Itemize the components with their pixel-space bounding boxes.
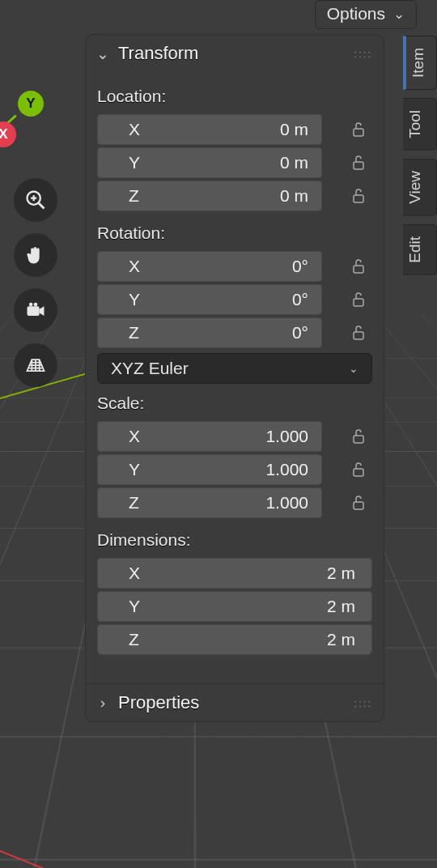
grid-perspective-icon bbox=[24, 354, 47, 377]
rotation-mode-select[interactable]: XYZ Euler⌄ bbox=[97, 353, 372, 384]
properties-section-header[interactable]: › Properties :::: bbox=[86, 684, 384, 721]
side-tabs: Item Tool View Edit bbox=[403, 36, 437, 274]
unlock-icon bbox=[349, 257, 368, 276]
location-z-lock[interactable] bbox=[345, 181, 372, 211]
section-title: Transform bbox=[118, 43, 348, 64]
location-x-field[interactable]: X0 m bbox=[97, 114, 322, 145]
camera-button[interactable] bbox=[14, 288, 57, 332]
svg-point-6 bbox=[34, 303, 38, 307]
chevron-down-icon: ⌄ bbox=[393, 6, 405, 23]
unlock-icon bbox=[349, 186, 368, 206]
rotation-z-field[interactable]: Z0° bbox=[97, 317, 322, 348]
unlock-icon bbox=[349, 427, 368, 446]
drag-handle-icon[interactable]: :::: bbox=[354, 697, 372, 709]
location-y-lock[interactable] bbox=[345, 147, 372, 178]
svg-rect-13 bbox=[354, 436, 363, 443]
scale-z-field[interactable]: Z1.000 bbox=[97, 487, 322, 518]
unlock-icon bbox=[349, 493, 368, 513]
tab-tool[interactable]: Tool bbox=[403, 98, 437, 151]
gizmo-ball-x[interactable]: X bbox=[0, 121, 16, 147]
options-label: Options bbox=[327, 4, 385, 23]
transform-section-header[interactable]: ⌄ Transform :::: bbox=[86, 35, 384, 72]
camera-icon bbox=[24, 299, 47, 321]
svg-rect-10 bbox=[354, 266, 363, 273]
unlock-icon bbox=[349, 323, 368, 343]
rotation-y-lock[interactable] bbox=[345, 284, 372, 315]
svg-line-1 bbox=[39, 203, 45, 209]
transform-section-body: Location: X0 m Y0 m Z0 m Rotation: X0° Y… bbox=[86, 72, 384, 670]
transform-panel: ⌄ Transform :::: Location: X0 m Y0 m Z0 … bbox=[85, 34, 384, 722]
tab-view[interactable]: View bbox=[403, 159, 437, 216]
chevron-right-icon: › bbox=[94, 694, 112, 712]
scale-label: Scale: bbox=[97, 384, 372, 421]
dimensions-label: Dimensions: bbox=[97, 521, 372, 558]
dimensions-y-field[interactable]: Y2 m bbox=[97, 591, 372, 622]
svg-point-5 bbox=[29, 303, 33, 307]
gizmo-ball-y[interactable]: Y bbox=[18, 91, 44, 117]
rotation-label: Rotation: bbox=[97, 214, 372, 251]
svg-rect-9 bbox=[354, 195, 363, 202]
unlock-icon bbox=[349, 290, 368, 309]
svg-rect-12 bbox=[354, 332, 363, 339]
location-z-field[interactable]: Z0 m bbox=[97, 181, 322, 211]
scale-y-lock[interactable] bbox=[345, 454, 372, 485]
location-y-field[interactable]: Y0 m bbox=[97, 147, 322, 178]
tab-item[interactable]: Item bbox=[403, 36, 437, 90]
dimensions-z-field[interactable]: Z2 m bbox=[97, 624, 372, 655]
scale-x-lock[interactable] bbox=[345, 421, 372, 452]
hand-icon bbox=[24, 244, 47, 266]
unlock-icon bbox=[349, 153, 368, 172]
zoom-button[interactable] bbox=[14, 178, 57, 222]
svg-rect-15 bbox=[354, 502, 363, 509]
viewport-3d[interactable]: Y X Options ⌄ ⌄ Transform :::: Location:… bbox=[0, 0, 437, 868]
svg-rect-4 bbox=[28, 306, 40, 316]
svg-rect-11 bbox=[354, 299, 363, 306]
drag-handle-icon[interactable]: :::: bbox=[354, 48, 372, 60]
svg-rect-7 bbox=[354, 129, 363, 136]
perspective-button[interactable] bbox=[14, 343, 57, 387]
unlock-icon bbox=[349, 460, 368, 479]
scale-x-field[interactable]: X1.000 bbox=[97, 421, 322, 452]
svg-rect-14 bbox=[354, 469, 363, 476]
chevron-down-icon: ⌄ bbox=[349, 362, 359, 375]
viewport-buttons bbox=[14, 178, 57, 387]
properties-panel: › Properties :::: bbox=[86, 683, 384, 721]
rotation-y-field[interactable]: Y0° bbox=[97, 284, 322, 315]
svg-rect-8 bbox=[354, 162, 363, 169]
rotation-z-lock[interactable] bbox=[345, 317, 372, 348]
location-x-lock[interactable] bbox=[345, 114, 372, 145]
section-title: Properties bbox=[118, 692, 348, 713]
rotation-x-lock[interactable] bbox=[345, 251, 372, 282]
pan-button[interactable] bbox=[14, 233, 57, 277]
options-button[interactable]: Options ⌄ bbox=[315, 0, 417, 29]
location-label: Location: bbox=[97, 77, 372, 114]
tab-edit[interactable]: Edit bbox=[403, 224, 437, 275]
scale-y-field[interactable]: Y1.000 bbox=[97, 454, 322, 485]
dimensions-x-field[interactable]: X2 m bbox=[97, 558, 372, 589]
magnifier-plus-icon bbox=[24, 189, 47, 211]
chevron-down-icon: ⌄ bbox=[94, 45, 112, 63]
unlock-icon bbox=[349, 120, 368, 139]
rotation-x-field[interactable]: X0° bbox=[97, 251, 322, 282]
axis-gizmo[interactable]: Y X bbox=[0, 57, 81, 170]
scale-z-lock[interactable] bbox=[345, 487, 372, 518]
